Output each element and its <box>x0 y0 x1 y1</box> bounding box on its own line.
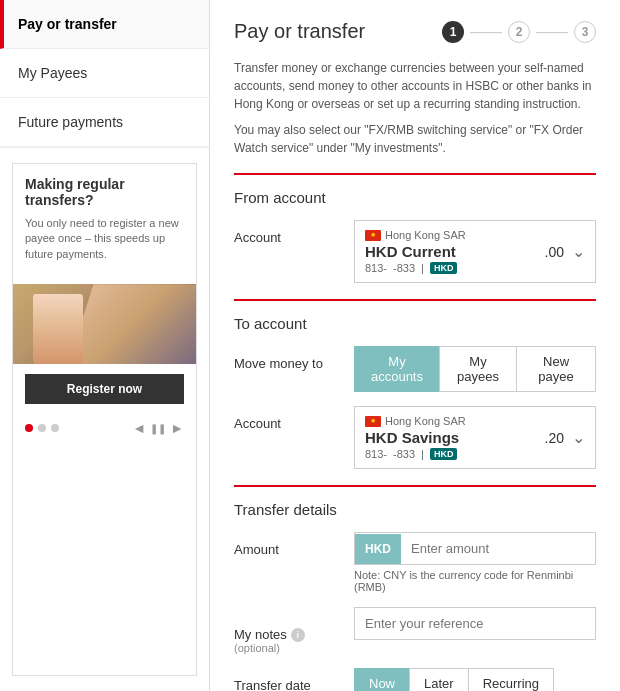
to-account-flag: Hong Kong SAR <box>365 415 545 427</box>
from-account-name: HKD Current <box>365 243 545 260</box>
carousel-dot-1[interactable] <box>25 424 33 432</box>
from-section-title: From account <box>234 189 596 206</box>
to-account-amount: .20 <box>545 430 564 446</box>
transfer-date-label: Transfer date <box>234 668 354 691</box>
sidebar-item-my-payees[interactable]: My Payees <box>0 49 209 98</box>
from-account-flag: Hong Kong SAR <box>365 229 545 241</box>
sidebar-item-pay-or-transfer[interactable]: Pay or transfer <box>0 0 209 49</box>
promo-image-bg <box>68 284 196 364</box>
to-account-row: Account Hong Kong SAR HKD Savings 813- -… <box>234 406 596 469</box>
step-line-1: —— <box>470 23 502 41</box>
intro-text-2: You may also select our "FX/RMB switchin… <box>234 121 596 157</box>
main-content: Pay or transfer 1 —— 2 —— 3 Transfer mon… <box>210 0 620 691</box>
to-account-card[interactable]: Hong Kong SAR HKD Savings 813- -833 | HK… <box>354 406 596 469</box>
carousel-dot-3[interactable] <box>51 424 59 432</box>
promo-image <box>13 284 196 364</box>
carousel-dot-2[interactable] <box>38 424 46 432</box>
amount-row: Amount HKD Note: CNY is the currency cod… <box>234 532 596 593</box>
amount-currency-prefix: HKD <box>355 534 401 564</box>
sidebar: Pay or transfer My Payees Future payment… <box>0 0 210 691</box>
promo-content: Making regular transfers? You only need … <box>13 164 196 284</box>
prev-arrow-icon[interactable]: ◄ <box>132 420 146 436</box>
intro-text-1: Transfer money or exchange currencies be… <box>234 59 596 113</box>
from-account-control: Hong Kong SAR HKD Current 813- -833 | HK… <box>354 220 596 283</box>
from-account-dropdown-icon[interactable]: ⌄ <box>572 242 585 261</box>
from-account-info: Hong Kong SAR HKD Current 813- -833 | HK… <box>365 229 545 274</box>
to-account-control: Hong Kong SAR HKD Savings 813- -833 | HK… <box>354 406 596 469</box>
transfer-date-row: Transfer date Now Later Recurring <box>234 668 596 691</box>
transfer-section-title: Transfer details <box>234 501 596 518</box>
to-section-divider <box>234 299 596 301</box>
notes-control <box>354 607 596 640</box>
notes-row: My notes i (optional) <box>234 607 596 654</box>
carousel-dots <box>25 424 59 432</box>
from-account-number: 813- -833 | HKD <box>365 262 545 274</box>
to-account-info: Hong Kong SAR HKD Savings 813- -833 | HK… <box>365 415 545 460</box>
tab-later[interactable]: Later <box>409 668 468 691</box>
tab-now[interactable]: Now <box>354 668 409 691</box>
from-flag-icon <box>365 230 381 241</box>
sidebar-navigation: Pay or transfer My Payees Future payment… <box>0 0 209 148</box>
to-account-name: HKD Savings <box>365 429 545 446</box>
next-arrow-icon[interactable]: ► <box>170 420 184 436</box>
to-flag-icon <box>365 416 381 427</box>
step-indicator: 1 —— 2 —— 3 <box>442 21 596 43</box>
tab-recurring[interactable]: Recurring <box>468 668 554 691</box>
amount-label: Amount <box>234 532 354 557</box>
move-money-tab-group: My accounts My payees New payee <box>354 346 596 392</box>
to-account-number: 813- -833 | HKD <box>365 448 545 460</box>
from-account-label: Account <box>234 220 354 245</box>
to-section-title: To account <box>234 315 596 332</box>
register-now-button[interactable]: Register now <box>25 374 184 404</box>
page-header: Pay or transfer 1 —— 2 —— 3 <box>234 20 596 43</box>
to-account-label: Account <box>234 406 354 431</box>
amount-input[interactable] <box>401 533 595 564</box>
amount-input-wrapper: HKD <box>354 532 596 565</box>
step-2-circle: 2 <box>508 21 530 43</box>
tab-my-accounts[interactable]: My accounts <box>354 346 439 392</box>
promo-box: Making regular transfers? You only need … <box>12 163 197 676</box>
step-line-2: —— <box>536 23 568 41</box>
promo-title: Making regular transfers? <box>25 176 184 208</box>
move-money-label: Move money to <box>234 346 354 371</box>
move-money-row: Move money to My accounts My payees New … <box>234 346 596 392</box>
step-3-circle: 3 <box>574 21 596 43</box>
promo-text: You only need to register a new payee on… <box>25 216 184 262</box>
amount-control: HKD Note: CNY is the currency code for R… <box>354 532 596 593</box>
notes-label: My notes i (optional) <box>234 607 354 654</box>
notes-input[interactable] <box>354 607 596 640</box>
page-title: Pay or transfer <box>234 20 365 43</box>
from-account-row: Account Hong Kong SAR HKD Current 813- -… <box>234 220 596 283</box>
transfer-section-divider <box>234 485 596 487</box>
notes-label-with-info: My notes i <box>234 617 354 642</box>
transfer-date-tab-group: Now Later Recurring <box>354 668 596 691</box>
amount-note: Note: CNY is the currency code for Renmi… <box>354 569 596 593</box>
sidebar-item-future-payments[interactable]: Future payments <box>0 98 209 147</box>
from-account-amount: .00 <box>545 244 564 260</box>
carousel-controls: ◄ ❚❚ ► <box>13 414 196 442</box>
from-currency-badge: HKD <box>430 262 458 274</box>
promo-image-person <box>33 294 83 364</box>
step-1-circle: 1 <box>442 21 464 43</box>
notes-sub-label: (optional) <box>234 642 354 654</box>
move-money-tabs: My accounts My payees New payee <box>354 346 596 392</box>
to-currency-badge: HKD <box>430 448 458 460</box>
to-account-dropdown-icon[interactable]: ⌄ <box>572 428 585 447</box>
pause-icon[interactable]: ❚❚ <box>150 423 166 434</box>
from-section-divider <box>234 173 596 175</box>
notes-info-icon[interactable]: i <box>291 628 305 642</box>
tab-my-payees[interactable]: My payees <box>439 346 516 392</box>
from-account-card[interactable]: Hong Kong SAR HKD Current 813- -833 | HK… <box>354 220 596 283</box>
tab-new-payee[interactable]: New payee <box>516 346 596 392</box>
carousel-arrows: ◄ ❚❚ ► <box>132 420 184 436</box>
transfer-date-control: Now Later Recurring <box>354 668 596 691</box>
